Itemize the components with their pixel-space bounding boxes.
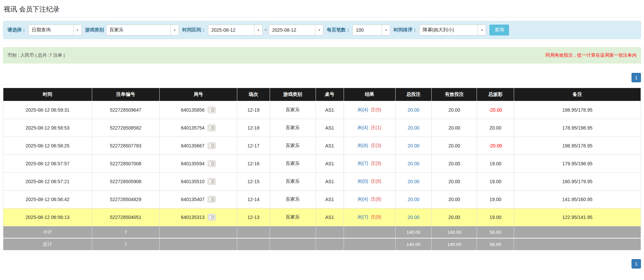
subtotal-empty-cell (344, 226, 395, 239)
pagination-bottom: 1 (3, 259, 641, 269)
total-bet-link[interactable]: 20.00 (407, 161, 419, 166)
time-sort-label: 时间排序： (394, 27, 417, 33)
currency-summary-text: 币别 : 人民币 | 总共 :7 注单 | (7, 52, 65, 58)
subtotal-total-bet: 140.00 (395, 226, 432, 239)
subtotal-row: 小计 7 140.00 140.00 56.00 (3, 226, 641, 239)
round-result-cards-icon[interactable] (208, 142, 216, 149)
cell-bet-id: 522728505908 (92, 173, 159, 191)
cell-total-bet: 20.00 (395, 119, 432, 137)
cell-round: 640135667 (159, 137, 237, 155)
total-row: 总计 7 140.00 140.00 56.00 (3, 238, 641, 250)
cell-game-type: 百家乐 (270, 191, 316, 208)
result-player: 闲(7) (358, 161, 368, 166)
total-bet-link[interactable]: 20.00 (407, 215, 419, 220)
result-banker: 庄(5) (371, 107, 381, 112)
query-type-label: 请选择： (7, 27, 26, 33)
chevron-down-icon[interactable]: ▾ (73, 25, 81, 35)
total-empty-cell (514, 238, 641, 250)
date-from-input[interactable]: 2025-08-12 ▾ (208, 25, 263, 35)
cell-game-type: 百家乐 (270, 155, 316, 173)
chevron-down-icon[interactable]: ▾ (170, 25, 179, 35)
table-row: 2025-08-12 06:58:25 522728507783 6401356… (3, 137, 641, 155)
game-type-select[interactable]: 百家乐 ▾ (106, 25, 179, 35)
chevron-down-icon[interactable]: ▾ (315, 25, 323, 35)
table-row: 2025-08-12 06:56:42 522728504829 6401354… (3, 191, 641, 208)
result-player: 闲(7) (358, 214, 368, 220)
cell-time: 2025-08-12 06:56:42 (3, 191, 92, 208)
round-number: 640135667 (181, 143, 205, 148)
total-bet-link[interactable]: 20.00 (407, 125, 419, 131)
cell-note: 122.95/141.95 (514, 208, 641, 226)
cell-table-no: AS1 (316, 191, 344, 208)
header-session: 场次 (237, 88, 270, 101)
subtotal-empty-cell (237, 226, 270, 239)
cell-time: 2025-08-12 06:58:53 (3, 119, 92, 137)
page-1-button[interactable]: 1 (632, 259, 641, 269)
result-player: 闲(8) (358, 143, 368, 148)
cell-game-type: 百家乐 (270, 119, 316, 137)
cell-time: 2025-08-12 06:57:21 (3, 173, 92, 191)
result-player: 闲(4) (358, 107, 368, 112)
cell-valid-bet: 20.00 (432, 155, 477, 173)
round-result-cards-icon[interactable] (208, 214, 216, 221)
date-to-value: 2025-08-12 (269, 25, 315, 35)
cell-payout: -20.00 (477, 137, 514, 155)
cell-total-bet: 20.00 (395, 191, 432, 208)
round-result-cards-icon[interactable] (208, 178, 216, 185)
cell-time: 2025-08-12 06:56:13 (3, 208, 92, 226)
result-banker: 庄(9) (371, 214, 381, 220)
cell-valid-bet: 20.00 (432, 137, 477, 155)
cell-result: 闲(4) 庄(5) (344, 101, 395, 119)
time-sort-select[interactable]: 降幂(由大到小) ▾ (419, 25, 486, 35)
header-total-bet: 总投注 (395, 88, 432, 101)
round-number: 640135856 (181, 107, 205, 113)
cell-payout: 19.00 (477, 155, 514, 173)
total-bet-link[interactable]: 20.00 (407, 197, 419, 202)
cell-bet-id: 522728507008 (92, 155, 159, 173)
round-number: 640135510 (181, 179, 205, 184)
cell-bet-id: 522728508582 (92, 119, 159, 137)
total-empty-cell (270, 238, 316, 250)
total-count: 7 (92, 238, 159, 250)
date-range-separator: ~ (264, 27, 267, 33)
table-row: 2025-08-12 06:59:31 522728509647 6401358… (3, 101, 641, 119)
table-row: 2025-08-12 06:58:53 522728508582 6401357… (3, 119, 641, 137)
chevron-down-icon[interactable]: ▾ (478, 25, 486, 35)
date-from-value: 2025-08-12 (208, 25, 254, 35)
cell-time: 2025-08-12 06:57:57 (3, 155, 92, 173)
header-game-type: 游戏类别 (270, 88, 316, 101)
round-result-cards-icon[interactable] (208, 124, 216, 131)
date-to-input[interactable]: 2025-08-12 ▾ (269, 25, 323, 35)
search-button[interactable]: 查询 (489, 25, 509, 35)
cell-note: 160.95/179.95 (514, 173, 641, 191)
game-type-value: 百家乐 (106, 25, 170, 35)
cell-total-bet: 20.00 (395, 208, 432, 226)
round-result-cards-icon[interactable] (208, 107, 216, 113)
cell-note: 178.95/198.95 (514, 119, 641, 137)
table-row: 2025-08-12 06:56:13 522728504051 6401353… (3, 208, 641, 226)
subtotal-count: 7 (92, 226, 159, 239)
cell-session: 12-14 (237, 191, 270, 208)
cell-result: 闲(4) 庄(1) (344, 119, 395, 137)
total-empty-cell (344, 238, 395, 250)
page: 视讯 会员下注纪录 请选择： 日期查询 ▾ 游戏类别 百家乐 ▾ 时间区间： 2… (0, 0, 644, 280)
query-type-select[interactable]: 日期查询 ▾ (28, 25, 82, 35)
cell-session: 12-13 (237, 208, 270, 226)
round-result-cards-icon[interactable] (208, 196, 216, 203)
cell-result: 闲(4) 庄(8) (344, 191, 395, 208)
cell-session: 12-18 (237, 119, 270, 137)
total-bet-link[interactable]: 20.00 (407, 143, 419, 148)
cell-session: 12-19 (237, 101, 270, 119)
result-player: 闲(0) (358, 178, 368, 184)
total-bet-link[interactable]: 20.00 (407, 179, 419, 184)
page-1-button[interactable]: 1 (632, 73, 641, 82)
subtotal-empty-cell (514, 226, 641, 239)
chevron-down-icon[interactable]: ▾ (382, 25, 390, 35)
round-result-cards-icon[interactable] (208, 160, 216, 167)
total-bet-link[interactable]: 20.00 (407, 107, 419, 113)
cell-game-type: 百家乐 (270, 173, 316, 191)
round-number: 640135313 (181, 215, 205, 220)
chevron-down-icon[interactable]: ▾ (254, 25, 262, 35)
per-page-select[interactable]: 100 ▾ (352, 25, 390, 35)
cell-table-no: AS1 (316, 137, 344, 155)
